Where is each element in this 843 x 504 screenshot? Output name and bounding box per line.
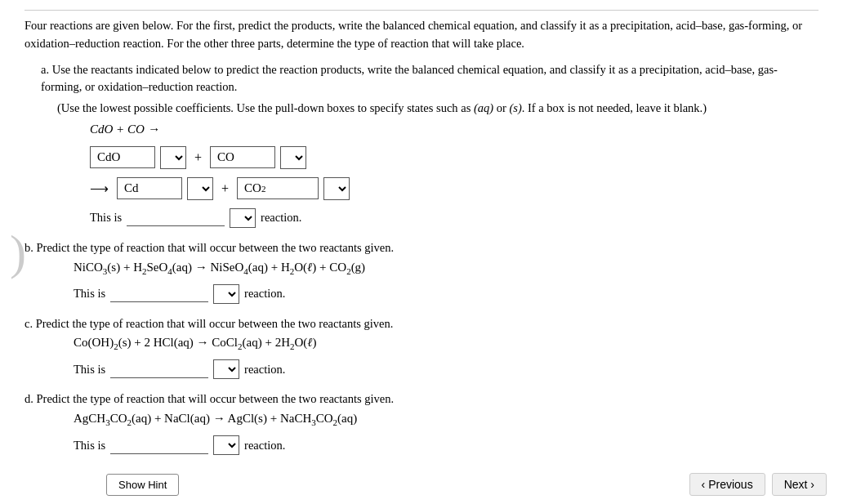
part-a-note: (Use the lowest possible coefficients. U… [57, 100, 818, 118]
part-c-this-is-row: This is precipitation acid-base gas-form… [74, 359, 818, 379]
reaction-label-d: reaction. [244, 439, 285, 453]
plus-operator-2: + [218, 181, 232, 196]
previous-chevron-icon: ‹ [702, 478, 706, 491]
reaction-label-c: reaction. [244, 363, 285, 377]
reaction-display: CdO + CO → [90, 123, 818, 136]
reaction-label-b: reaction. [244, 287, 285, 301]
part-c-section: c. Predict the type of reaction that wil… [25, 315, 818, 380]
part-a-label: a. Use the reactants indicated below to … [41, 61, 818, 97]
part-a-this-is-row: This is precipitation acid-base gas-form… [90, 208, 818, 228]
part-d-label: d. Predict the type of reaction that wil… [25, 390, 818, 408]
product1-state-select[interactable]: (aq) (s) (l) (g) [187, 177, 213, 200]
this-is-label-b: This is [74, 287, 105, 301]
plus-operator-1: + [191, 150, 205, 165]
reaction-type-select-d[interactable]: precipitation acid-base gas-forming oxid… [213, 435, 239, 455]
intro-text: Four reactions are given below. For the … [25, 10, 818, 53]
reactant2-state-select[interactable]: (aq) (s) (l) (g) [280, 146, 306, 169]
part-b-label: b. Predict the type of reaction that wil… [25, 239, 818, 257]
product2-state-select[interactable]: (aq) (s) (l) (g) [323, 177, 350, 200]
reaction-type-input-d[interactable] [110, 437, 208, 454]
reaction-type-select-c[interactable]: precipitation acid-base gas-forming oxid… [213, 359, 239, 379]
reactant2-box: CO [210, 146, 275, 168]
reaction-type-select-a[interactable]: precipitation acid-base gas-forming oxid… [230, 208, 256, 228]
previous-button[interactable]: ‹ Previous [689, 473, 765, 496]
products-row: ⟶ Cd (aq) (s) (l) (g) + CO2 (aq) (s) (l)… [90, 177, 818, 200]
this-is-label-d: This is [74, 439, 105, 453]
reactant1-state-select[interactable]: (aq) (s) (l) (g) [160, 146, 186, 169]
reactants-row: CdO (aq) (s) (l) (g) + CO (aq) (s) (l) (… [90, 146, 818, 169]
arrow-icon: ⟶ [90, 181, 109, 196]
part-c-label: c. Predict the type of reaction that wil… [25, 315, 818, 333]
show-hint-button[interactable]: Show Hint [106, 474, 179, 496]
part-b-this-is-row: This is precipitation acid-base gas-form… [74, 284, 818, 304]
reactant1-box: CdO [90, 146, 155, 168]
next-button[interactable]: Next › [772, 473, 827, 496]
part-b-section: b. Predict the type of reaction that wil… [25, 239, 818, 304]
part-c-reaction: Co(OH)2(s) + 2 HCl(aq) → CoCl2(aq) + 2H2… [74, 336, 818, 351]
this-is-label-a: This is [90, 211, 122, 225]
product2-box: CO2 [237, 177, 319, 199]
reaction-type-input-a[interactable] [127, 209, 225, 226]
part-d-this-is-row: This is precipitation acid-base gas-form… [74, 435, 818, 455]
bottom-navigation: ‹ Previous Next › [689, 473, 827, 496]
part-d-section: d. Predict the type of reaction that wil… [25, 390, 818, 455]
reaction-type-input-b[interactable] [110, 285, 208, 302]
reaction-type-input-c[interactable] [110, 361, 208, 378]
reaction-label-a: reaction. [261, 211, 301, 225]
next-chevron-icon: › [810, 478, 814, 491]
product1-box: Cd [117, 177, 182, 199]
part-b-reaction: NiCO3(s) + H2SeO4(aq) → NiSeO4(aq) + H2O… [74, 261, 818, 276]
reaction-type-select-b[interactable]: precipitation acid-base gas-forming oxid… [213, 284, 239, 304]
left-bracket: ) [10, 224, 26, 280]
part-d-reaction: AgCH3CO2(aq) + NaCl(aq) → AgCl(s) + NaCH… [74, 412, 818, 427]
this-is-label-c: This is [74, 363, 105, 377]
